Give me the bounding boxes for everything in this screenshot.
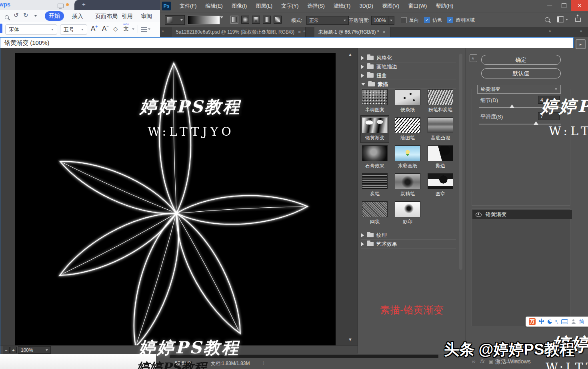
effect-layer-row[interactable]: 铬黄渐变 (472, 210, 572, 219)
search-icon[interactable] (545, 17, 550, 22)
filter-conte-crayon[interactable]: 炭精笔 (394, 173, 422, 197)
menu-layer[interactable]: 图层(L) (251, 0, 277, 12)
panel-collapse-right-icon[interactable]: « (580, 29, 582, 33)
ime-simplified-icon[interactable]: 简 (579, 318, 584, 325)
filter-halftone-pattern[interactable]: 半调图案 (361, 89, 389, 113)
pinyin-guide-button[interactable]: wén 文 (123, 23, 129, 31)
wps-search-icon[interactable] (5, 15, 9, 19)
reverse-checkbox[interactable] (401, 17, 407, 23)
menu-3d[interactable]: 3D(D) (355, 0, 378, 12)
ime-user-icon[interactable] (571, 319, 576, 324)
gradient-preview[interactable] (187, 16, 220, 24)
filter-reticulation[interactable]: 网状 (361, 201, 389, 225)
menu-edit[interactable]: 编辑(E) (201, 0, 227, 12)
more-commands-icon[interactable] (34, 15, 37, 17)
ime-mode-chinese[interactable]: 中 (539, 318, 544, 325)
status-expand-icon[interactable]: 〉 (262, 360, 267, 366)
zoom-out-button[interactable]: − (3, 347, 10, 353)
redo-icon[interactable]: ↻ (23, 12, 28, 19)
wps-logo[interactable]: wps (0, 1, 10, 8)
category-sketch[interactable]: 素描 (361, 80, 456, 89)
default-button[interactable]: 默认值 (481, 68, 561, 78)
menu-help[interactable]: 帮助(H) (431, 0, 458, 12)
preview-zoom-dropdown[interactable]: 100% (18, 346, 51, 354)
bullet-list-chevron[interactable] (148, 28, 150, 30)
zoom-in-button[interactable]: + (10, 347, 17, 353)
wps-active-doc-tab[interactable]: + (74, 0, 160, 10)
category-distort[interactable]: 扭曲 (361, 71, 456, 80)
opacity-chevron[interactable] (388, 16, 394, 25)
ime-bar[interactable]: 万 中 °, 简 (526, 317, 588, 327)
category-artistic[interactable]: 艺术效果 (361, 240, 456, 249)
document-tab-2[interactable]: 未标题-1 @ 66.7%(RGB/8) *✕ (314, 27, 390, 37)
collapsed-panel-button[interactable]: ▸ (576, 39, 586, 49)
filter-chalk-charcoal[interactable]: 粉笔和炭笔 (426, 89, 454, 113)
menu-image[interactable]: 图像(I) (227, 0, 251, 12)
detail-slider-thumb[interactable] (510, 104, 514, 108)
document-tab-1[interactable]: 5a1282180e6a9.psd @ 119% (版权禁止叠加图, RGB/8… (172, 27, 306, 37)
diamond-gradient-icon[interactable] (274, 16, 282, 24)
tabbar-overflow-left-icon[interactable]: » (162, 29, 164, 33)
ribbon-tab-references[interactable]: 引用 (117, 10, 138, 22)
panel-expand-icon[interactable]: » (549, 29, 551, 33)
canvas-preview[interactable]: 婷婷PS教程 W:LTTJYO (15, 53, 336, 345)
angle-gradient-icon[interactable] (252, 16, 260, 24)
monitor-icon[interactable] (58, 4, 64, 8)
minimize-button[interactable]: — (542, 0, 557, 11)
ribbon-tab-insert[interactable]: 插入 (67, 10, 88, 22)
menu-type[interactable]: 文字(Y) (277, 0, 303, 12)
panel-collapse-icon[interactable]: « (303, 29, 306, 33)
ime-keyboard-icon[interactable] (561, 319, 568, 324)
share-icon[interactable] (575, 18, 581, 22)
eye-icon[interactable] (476, 213, 482, 217)
filter-torn-edges[interactable]: 撕边 (426, 145, 454, 169)
dialog-titlebar[interactable]: 铬黄渐变 (100%) (0, 38, 573, 48)
ok-button[interactable]: 确定 (481, 55, 561, 65)
menu-filter[interactable]: 滤镜(T) (329, 0, 355, 12)
close-tab-icon[interactable]: ✕ (298, 27, 301, 37)
ribbon-tab-review[interactable]: 审阅 (136, 10, 157, 22)
collapse-panel-button[interactable]: « (470, 54, 477, 62)
gradient-picker-chevron[interactable] (220, 18, 223, 26)
filter-plaster[interactable]: 石膏效果 (361, 145, 389, 169)
filter-preset-dropdown[interactable]: 铬黄渐变 (477, 85, 561, 94)
filter-charcoal[interactable]: 炭笔 (361, 173, 389, 197)
close-button[interactable]: ✕ (571, 0, 588, 11)
menu-select[interactable]: 选择(S) (303, 0, 329, 12)
maximize-button[interactable] (557, 0, 571, 11)
workspace-icon[interactable] (557, 16, 564, 22)
bullet-list-icon[interactable] (141, 27, 147, 32)
category-stylize[interactable]: 风格化 (361, 54, 456, 62)
ime-halfwidth-icon[interactable] (548, 319, 552, 324)
ribbon-tab-home[interactable]: 开始 (45, 11, 64, 21)
increase-font-button[interactable]: A+ (91, 24, 98, 33)
pinyin-chevron[interactable] (132, 28, 134, 30)
filter-photocopy[interactable]: 影印 (394, 201, 422, 225)
font-size-select[interactable]: 五号 (60, 24, 87, 35)
filter-bas-relief[interactable]: 基底凸现 (426, 117, 454, 141)
scroll-up-icon[interactable]: ▲ (348, 52, 352, 57)
filter-water-paper[interactable]: 水彩画纸 (394, 145, 422, 169)
tool-preset-picker[interactable] (165, 15, 185, 25)
filter-list-scrollbar[interactable] (459, 54, 462, 270)
linear-gradient-icon[interactable] (230, 16, 238, 24)
close-tab-icon[interactable]: ✕ (382, 27, 386, 37)
new-tab-button[interactable]: + (82, 1, 86, 8)
filter-graphic-pen[interactable]: 绘图笔 (394, 117, 422, 141)
filter-note-paper[interactable]: 便条纸 (394, 89, 422, 113)
dither-checkbox[interactable]: ✓ (424, 17, 430, 23)
smoothness-slider-thumb[interactable] (534, 121, 538, 125)
menu-view[interactable]: 视图(V) (378, 0, 404, 12)
undo-icon[interactable]: ↺ (14, 12, 19, 19)
decrease-font-button[interactable]: A− (102, 24, 109, 33)
menu-window[interactable]: 窗口(W) (404, 0, 431, 12)
menu-file[interactable]: 文件(F) (175, 0, 201, 12)
filter-chrome-selected[interactable]: 铬黄渐变 (361, 116, 389, 142)
ime-punctuation-icon[interactable]: °, (555, 319, 558, 324)
filter-stamp[interactable]: 图章 (426, 173, 454, 197)
clear-format-icon[interactable]: ◇ (113, 25, 118, 32)
reflected-gradient-icon[interactable] (263, 16, 271, 24)
mode-dropdown[interactable]: 正常 (306, 16, 349, 25)
category-brush-strokes[interactable]: 画笔描边 (361, 62, 456, 71)
scroll-down-icon[interactable]: ▼ (348, 337, 352, 342)
